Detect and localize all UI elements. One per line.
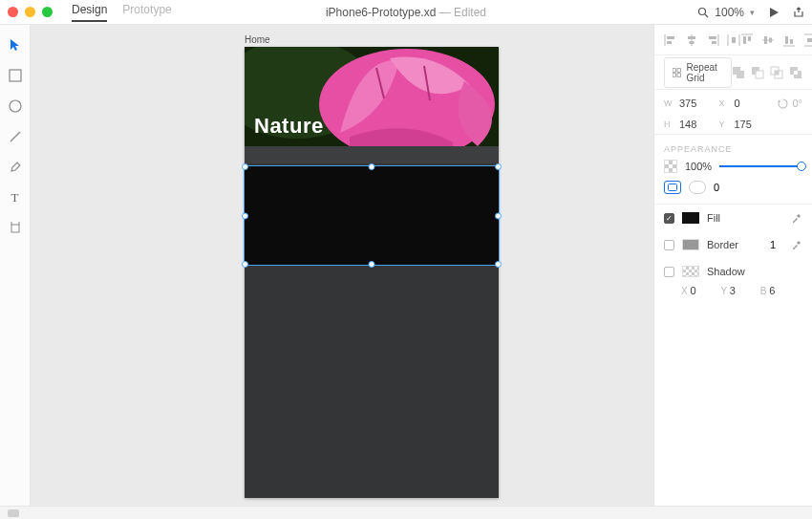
shadow-y-input[interactable] xyxy=(730,285,747,296)
minimize-window-icon[interactable] xyxy=(25,7,35,17)
handle-n[interactable] xyxy=(369,163,375,170)
width-input[interactable] xyxy=(679,97,714,109)
svg-rect-38 xyxy=(677,68,681,72)
square-icon xyxy=(9,69,22,82)
independent-radius-button[interactable] xyxy=(689,181,706,194)
border-color-swatch[interactable] xyxy=(682,239,699,250)
close-window-icon[interactable] xyxy=(8,7,18,17)
text-tool[interactable]: T xyxy=(7,189,24,206)
edited-indicator: — Edited xyxy=(436,6,486,19)
preview-button[interactable] xyxy=(768,7,780,18)
align-top-icon[interactable] xyxy=(740,33,754,47)
height-label: H xyxy=(664,119,673,129)
align-hcenter-icon[interactable] xyxy=(685,33,698,47)
artboard-label[interactable]: Home xyxy=(245,34,270,45)
window-controls xyxy=(8,7,53,17)
handle-se[interactable] xyxy=(495,261,502,268)
shadow-b-input[interactable] xyxy=(769,285,786,296)
hero-title: Nature xyxy=(254,114,324,139)
align-vcenter-icon[interactable] xyxy=(761,33,775,47)
shadow-b-label: B xyxy=(760,286,767,296)
align-left-icon[interactable] xyxy=(664,33,677,47)
feedback-icon[interactable] xyxy=(8,509,19,517)
shadow-values: X Y B xyxy=(654,285,812,310)
share-button[interactable] xyxy=(793,7,804,18)
y-input[interactable] xyxy=(735,119,769,130)
opacity-value: 100% xyxy=(685,161,712,172)
shadow-color-swatch[interactable] xyxy=(682,266,699,277)
corner-radius-row xyxy=(654,181,812,205)
border-width-input[interactable] xyxy=(759,239,776,250)
height-input[interactable] xyxy=(679,119,714,130)
boolean-subtract-icon[interactable] xyxy=(751,66,764,79)
selected-rectangle[interactable] xyxy=(245,166,499,265)
rectangle-shape[interactable] xyxy=(245,166,499,265)
text-icon: T xyxy=(11,190,19,205)
svg-rect-7 xyxy=(11,225,19,232)
eyedropper-icon[interactable] xyxy=(791,212,802,224)
circle-icon xyxy=(9,99,22,113)
mode-tabs: Design Prototype xyxy=(72,3,172,22)
arrow-icon xyxy=(9,38,22,52)
corner-radius-input[interactable] xyxy=(714,182,737,193)
svg-rect-15 xyxy=(667,41,672,44)
ellipse-tool[interactable] xyxy=(7,97,24,115)
repeat-grid-icon xyxy=(673,67,681,78)
align-right-icon[interactable] xyxy=(706,33,719,47)
rotation-value: 0° xyxy=(792,97,802,109)
tab-design[interactable]: Design xyxy=(72,3,107,22)
handle-e[interactable] xyxy=(495,212,502,219)
rectangle-tool[interactable] xyxy=(7,67,24,84)
maximize-window-icon[interactable] xyxy=(42,7,53,17)
boolean-add-icon[interactable] xyxy=(732,66,745,79)
eyedropper-icon[interactable] xyxy=(791,239,802,250)
border-checkbox[interactable] xyxy=(664,240,674,250)
rotate-icon xyxy=(778,98,788,109)
svg-rect-29 xyxy=(764,36,767,44)
chevron-down-icon: ▾ xyxy=(750,8,755,17)
align-bottom-icon[interactable] xyxy=(782,33,796,47)
boolean-exclude-icon[interactable] xyxy=(789,66,802,79)
handle-ne[interactable] xyxy=(495,163,502,170)
svg-rect-4 xyxy=(10,70,21,81)
boolean-intersect-icon[interactable] xyxy=(770,66,783,79)
main-area: T Home N xyxy=(0,25,812,506)
handle-s[interactable] xyxy=(369,261,375,268)
rotation-control[interactable]: 0° xyxy=(774,97,802,109)
line-tool[interactable] xyxy=(7,128,24,145)
shadow-x-input[interactable] xyxy=(690,285,707,296)
shadow-checkbox[interactable] xyxy=(664,267,674,277)
shadow-x-label: X xyxy=(681,286,688,296)
search-icon xyxy=(697,7,709,18)
zoom-control[interactable]: 100% ▾ xyxy=(697,6,755,19)
handle-nw[interactable] xyxy=(242,163,248,170)
svg-marker-51 xyxy=(778,99,780,102)
opacity-row: 100% xyxy=(654,160,812,181)
distribute-v-icon[interactable] xyxy=(803,33,812,47)
handle-sw[interactable] xyxy=(242,261,248,268)
statusbar xyxy=(0,506,812,519)
select-tool[interactable] xyxy=(7,36,24,54)
svg-rect-21 xyxy=(712,41,716,44)
align-row xyxy=(654,25,812,55)
opacity-slider[interactable] xyxy=(719,161,802,172)
svg-rect-50 xyxy=(794,71,798,75)
handle-w[interactable] xyxy=(242,212,248,219)
document-title: iPhone6-Prototype.xd — Edited xyxy=(326,6,486,19)
fill-checkbox[interactable]: ✓ xyxy=(664,213,674,224)
titlebar: Design Prototype iPhone6-Prototype.xd — … xyxy=(0,0,812,25)
x-label: X xyxy=(719,98,729,108)
artboard-tool[interactable] xyxy=(7,220,24,237)
pen-tool[interactable] xyxy=(7,159,24,176)
artboard-home[interactable]: Nature xyxy=(245,47,499,498)
tab-prototype[interactable]: Prototype xyxy=(122,3,171,22)
repeat-grid-button[interactable]: Repeat Grid xyxy=(664,57,732,88)
svg-line-1 xyxy=(705,14,708,17)
uniform-radius-button[interactable] xyxy=(664,181,681,194)
distribute-h-icon[interactable] xyxy=(727,33,740,47)
fill-color-swatch[interactable] xyxy=(682,212,699,224)
opacity-swatch-icon xyxy=(664,160,677,173)
x-input[interactable] xyxy=(735,97,769,109)
svg-rect-26 xyxy=(743,36,746,44)
canvas[interactable]: Home Nature xyxy=(31,25,653,506)
